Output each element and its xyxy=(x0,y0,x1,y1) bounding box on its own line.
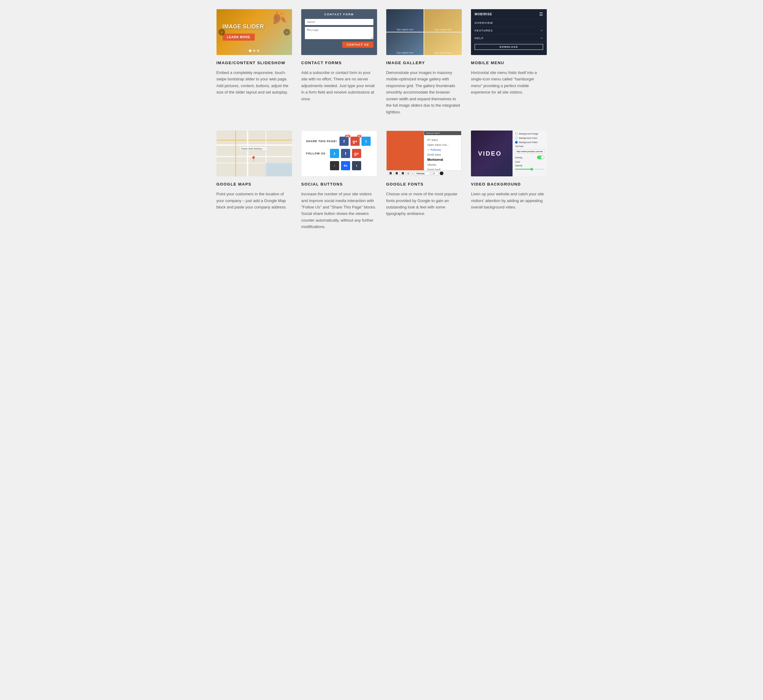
mobile-menu-title: MOBILE MENU xyxy=(471,61,547,65)
fonts-align-right[interactable]: ⬛ xyxy=(400,172,406,175)
card-mobile-menu: MOBIRISE ☰ OVERVIEW FEATURES ▾ HELP ▾ DO… xyxy=(471,9,547,115)
vp-bg-color-row: Background Color xyxy=(515,137,544,139)
fonts-editor-toolbar: ⬛ ⬛ ⬛ B i xyxy=(387,170,462,176)
mm-features-arrow: ▾ xyxy=(541,29,543,32)
mm-download-button[interactable]: DOWNLOAD xyxy=(475,44,543,50)
vp-opacity-thumb[interactable] xyxy=(530,168,533,170)
fonts-panel: Source Serif PT Sans Open Sans Con... ✓ … xyxy=(424,131,461,176)
mobile-menu-desc: Horizontal site menu folds itself into a… xyxy=(471,69,547,96)
tumblr-icon[interactable]: t xyxy=(352,161,361,170)
vp-bg-video-radio[interactable] xyxy=(515,141,518,144)
font-open-sans[interactable]: Open Sans Con... xyxy=(427,142,458,147)
gallery-caption-1: Type caption here xyxy=(396,28,414,31)
fonts-panel-header: Source Serif xyxy=(424,131,461,135)
slider-next-arrow[interactable]: › xyxy=(284,29,290,36)
mm-help-arrow: ▾ xyxy=(541,37,543,40)
vp-bg-color-radio[interactable] xyxy=(515,137,518,139)
follow-facebook-icon[interactable]: f xyxy=(341,149,350,158)
map-road-v3 xyxy=(235,131,236,177)
fonts-preview: Source Serif PT Sans Open Sans Con... ✓ … xyxy=(386,131,462,177)
follow-twitter-icon[interactable]: t xyxy=(330,149,339,158)
follow-row: FOLLOW US t f g+ xyxy=(306,149,372,158)
gallery-caption-3: Type caption here xyxy=(396,52,414,54)
fonts-bold[interactable]: B xyxy=(406,172,410,175)
behance-icon[interactable]: Be xyxy=(341,161,350,170)
vp-bg-image-radio[interactable] xyxy=(515,132,518,135)
slider-prev-arrow[interactable]: ‹ xyxy=(218,29,225,36)
gallery-cell-2[interactable]: Type caption here xyxy=(424,9,462,32)
gallery-cell-4[interactable]: Type caption here xyxy=(424,33,462,55)
vp-bg-video-row: Background Video xyxy=(515,141,544,144)
font-ubuntu[interactable]: Ubuntu xyxy=(427,162,458,167)
cf-name-input[interactable] xyxy=(305,19,373,25)
mm-nav-help[interactable]: HELP ▾ xyxy=(471,34,547,42)
vp-bg-color-label: Background Color xyxy=(519,137,537,139)
cf-message-input[interactable] xyxy=(305,27,373,39)
video-background-title: VIDEO BACKGROUND xyxy=(471,182,547,186)
hamburger-icon[interactable]: ☰ xyxy=(539,12,543,17)
card-video-background: VIDEO Background Image Background Color xyxy=(471,131,547,230)
gallery-caption-4: Type caption here xyxy=(434,52,452,54)
share-facebook-icon[interactable]: f192 xyxy=(340,137,349,146)
vp-opacity-slider[interactable] xyxy=(515,169,544,170)
share-google-plus-icon[interactable]: g+47 xyxy=(351,137,360,146)
fb-badge: 192 xyxy=(345,135,351,138)
video-settings-panel: Background Image Background Color Backgr… xyxy=(512,131,547,177)
fonts-list: PT Sans Open Sans Con... ✓ Raleway Droid… xyxy=(424,135,461,175)
fonts-color-picker[interactable] xyxy=(440,172,443,175)
share-row: SHARE THIS PAGE! f192 g+47 t xyxy=(306,137,372,146)
contact-form-inner: CONTACT FORM CONTACT US xyxy=(301,9,377,55)
slideshow-title: IMAGE/CONTENT SLIDESHOW xyxy=(216,61,292,65)
page-wrapper: 🍂 IMAGE SLIDER LEARN MORE ‹ › IMAGE/CONT… xyxy=(210,0,553,255)
vp-youtube-label: YouTube xyxy=(515,145,523,147)
vp-bg-image-row: Background Image xyxy=(515,132,544,135)
mobile-menu-preview: MOBIRISE ☰ OVERVIEW FEATURES ▾ HELP ▾ DO… xyxy=(471,9,547,55)
gallery-cell-1[interactable]: Type caption here xyxy=(386,9,424,32)
fonts-align-center[interactable]: ⬛ xyxy=(394,172,400,175)
vp-overlay-row: Overlay xyxy=(515,156,544,159)
gallery-cell-3[interactable]: Type caption here xyxy=(386,33,424,55)
social-preview: SHARE THIS PAGE! f192 g+47 t xyxy=(301,131,377,177)
font-droid-sans[interactable]: Droid Sans xyxy=(427,152,458,157)
social-inner: SHARE THIS PAGE! f192 g+47 t xyxy=(301,131,377,177)
contact-forms-desc: Add a subscribe or contact form to your … xyxy=(301,69,377,102)
fonts-italic[interactable]: i xyxy=(411,172,414,175)
social-buttons-title: SOCIAL BUTTONS xyxy=(301,182,377,186)
github-icon[interactable]:  xyxy=(330,161,339,170)
map-pin[interactable]: 📍 xyxy=(251,156,257,162)
slider-heading: IMAGE SLIDER xyxy=(222,23,264,30)
vp-overlay-toggle[interactable] xyxy=(537,156,544,159)
fonts-bg-color xyxy=(387,131,428,176)
map-road-h1 xyxy=(216,144,292,146)
mm-nav-features[interactable]: FEATURES ▾ xyxy=(471,27,547,34)
vp-color-row: Color xyxy=(515,161,544,163)
cf-submit-button[interactable]: CONTACT US xyxy=(342,42,373,48)
card-contact-forms: CONTACT FORM CONTACT US CONTACT FORMS Ad… xyxy=(301,9,377,115)
fonts-size-input[interactable] xyxy=(431,172,439,175)
card-google-fonts: Source Serif PT Sans Open Sans Con... ✓ … xyxy=(386,131,462,230)
video-preview: VIDEO Background Image Background Color xyxy=(471,131,547,177)
slider-dot-2[interactable] xyxy=(253,50,255,52)
share-twitter-icon[interactable]: t xyxy=(362,137,371,146)
font-pt-sans[interactable]: PT Sans xyxy=(427,138,458,142)
slider-dot-3[interactable] xyxy=(257,50,259,52)
map-water xyxy=(265,162,292,177)
font-montserrat[interactable]: Montserrat xyxy=(427,157,458,162)
slider-overlay: IMAGE SLIDER LEARN MORE xyxy=(216,9,292,55)
slider-learn-more-button[interactable]: LEARN MORE xyxy=(222,34,255,41)
map-road-h4 xyxy=(216,140,292,141)
mm-nav-overview[interactable]: OVERVIEW xyxy=(471,19,547,27)
vp-bg-image-label: Background Image xyxy=(519,132,538,135)
gallery-preview: Type caption here Type caption here Type… xyxy=(386,9,462,55)
vp-overlay-label: Overlay xyxy=(515,156,522,159)
follow-google-plus-icon[interactable]: g+ xyxy=(352,149,361,158)
fonts-family-input[interactable] xyxy=(415,172,430,175)
vp-url-input[interactable] xyxy=(515,150,544,153)
vp-color-label: Color xyxy=(515,161,520,163)
contact-forms-title: CONTACT FORMS xyxy=(301,61,377,65)
font-raleway[interactable]: ✓ Raleway xyxy=(427,147,458,152)
follow-label: FOLLOW US xyxy=(306,152,327,155)
fonts-align-left[interactable]: ⬛ xyxy=(388,172,393,175)
vp-opacity-row: Opacity xyxy=(515,164,544,167)
slider-dot-1[interactable] xyxy=(249,50,251,52)
